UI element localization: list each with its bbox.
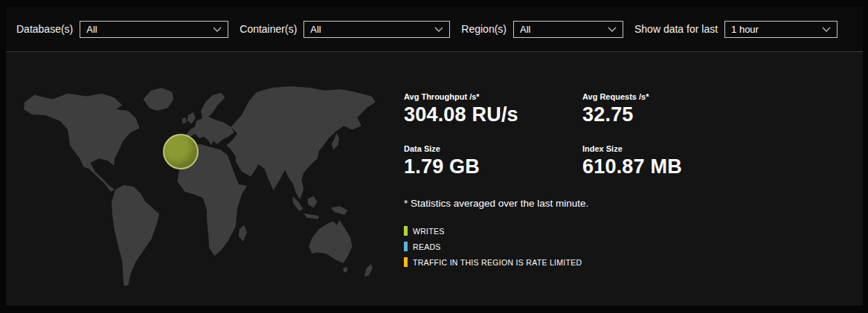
metric-avg-throughput: Avg Throughput /s* 304.08 RU/s [404, 92, 582, 126]
filter-bar: Database(s) All Container(s) All Region(… [6, 7, 863, 52]
metric-avg-requests: Avg Requests /s* 32.75 [582, 92, 761, 126]
data-size-label: Data Size [404, 144, 582, 153]
metrics-summary: Avg Throughput /s* 304.08 RU/s Avg Reque… [404, 92, 850, 273]
index-size-label: Index Size [582, 144, 761, 153]
chevron-down-icon [608, 27, 617, 32]
map-north-america [24, 94, 140, 192]
map-japan [332, 133, 339, 149]
avg-throughput-label: Avg Throughput /s* [404, 92, 582, 101]
rate-limited-swatch [404, 257, 408, 267]
metrics-panel: Avg Throughput /s* 304.08 RU/s Avg Reque… [6, 52, 863, 306]
map-borneo [307, 196, 317, 208]
metric-row-1: Avg Throughput /s* 304.08 RU/s Avg Reque… [404, 92, 850, 126]
data-size-value: 1.79 GB [404, 156, 582, 178]
chevron-down-icon [822, 27, 831, 32]
map-britain [187, 112, 196, 124]
map-australia [309, 220, 352, 263]
region-dropdown[interactable]: All [513, 21, 623, 38]
chevron-down-icon [213, 27, 222, 32]
map-ireland [182, 117, 187, 124]
map-new-zealand [364, 264, 373, 277]
avg-requests-value: 32.75 [582, 104, 761, 126]
timespan-dropdown-value: 1 hour [731, 24, 759, 35]
rate-limited-label: TRAFFIC IN THIS REGION IS RATE LIMITED [413, 258, 582, 267]
metric-row-2: Data Size 1.79 GB Index Size 610.87 MB [404, 144, 850, 178]
reads-swatch [404, 242, 408, 251]
timespan-dropdown[interactable]: 1 hour [724, 21, 838, 38]
filter-group-region: Region(s) All [461, 21, 623, 38]
map-java [303, 213, 318, 219]
timespan-filter-label: Show data for last [634, 23, 718, 35]
region-filter-label: Region(s) [461, 23, 507, 35]
world-map [22, 86, 378, 288]
region-marker[interactable] [163, 134, 199, 170]
container-dropdown[interactable]: All [303, 21, 450, 38]
map-madagascar [239, 225, 247, 242]
map-asia [227, 86, 376, 200]
map-new-guinea [331, 206, 347, 215]
reads-label: READS [413, 242, 441, 251]
world-map-svg [22, 86, 378, 288]
filter-group-container: Container(s) All [239, 21, 450, 38]
metric-data-size: Data Size 1.79 GB [404, 144, 582, 178]
index-size-value: 610.87 MB [582, 156, 761, 178]
database-filter-label: Database(s) [16, 23, 73, 35]
legend-item-writes: WRITES [404, 226, 850, 236]
metrics-dashboard: Database(s) All Container(s) All Region(… [0, 0, 868, 313]
container-dropdown-value: All [310, 24, 321, 35]
writes-label: WRITES [413, 227, 445, 236]
avg-throughput-value: 304.08 RU/s [404, 104, 582, 126]
database-dropdown-value: All [86, 24, 97, 35]
avg-requests-label: Avg Requests /s* [582, 92, 761, 101]
map-sumatra [292, 196, 303, 211]
container-filter-label: Container(s) [239, 23, 297, 35]
chevron-down-icon [434, 27, 443, 32]
filter-group-timespan: Show data for last 1 hour [634, 21, 838, 38]
map-south-america [112, 185, 159, 285]
database-dropdown[interactable]: All [80, 21, 228, 38]
legend-item-rate-limited: TRAFFIC IN THIS REGION IS RATE LIMITED [404, 257, 850, 267]
filter-group-database: Database(s) All [16, 21, 228, 38]
legend-item-reads: READS [404, 242, 850, 251]
map-legend: WRITES READS TRAFFIC IN THIS REGION IS R… [404, 226, 850, 267]
statistics-footnote: * Statistics averaged over the last minu… [404, 198, 850, 209]
metric-index-size: Index Size 610.87 MB [582, 144, 761, 178]
map-greenland [144, 88, 174, 111]
region-dropdown-value: All [520, 24, 530, 35]
writes-swatch [404, 226, 408, 236]
map-tasmania [343, 267, 347, 273]
